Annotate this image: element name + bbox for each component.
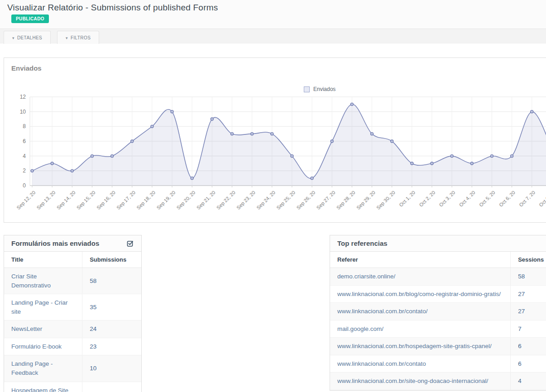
svg-text:Sep 29, 20: Sep 29, 20 — [355, 190, 376, 210]
report-page: Visualizar Relatório - Submissions of pu… — [0, 0, 546, 392]
svg-text:8: 8 — [23, 123, 26, 129]
referer-link[interactable]: mail.google.com/ — [337, 325, 383, 332]
referer-link[interactable]: www.linknacional.com.br/blog/como-regist… — [337, 291, 501, 297]
submissions-chart-panel: Enviados Enviados 024681012Sep 12, 20Sep… — [4, 57, 546, 223]
top-forms-table: Title Submissions Criar Site Demonstrati… — [4, 252, 141, 392]
sessions-value: 4 — [518, 378, 522, 384]
checkbox-checked-icon[interactable] — [127, 240, 134, 247]
form-title-link[interactable]: Hospedagem de Site grátis — [11, 387, 68, 392]
submissions-value: 35 — [90, 304, 96, 311]
svg-text:Oct 5, 20: Oct 5, 20 — [478, 190, 496, 208]
column-header-referer: Referer — [330, 252, 511, 268]
form-title-link[interactable]: Criar Site Demonstrativo — [11, 273, 51, 289]
submissions-value: 10 — [90, 365, 96, 372]
svg-text:Sep 18, 20: Sep 18, 20 — [135, 190, 156, 210]
svg-text:Sep 15, 20: Sep 15, 20 — [76, 190, 96, 210]
table-row: mail.google.com/7 — [330, 320, 546, 338]
submissions-value: 23 — [90, 343, 96, 350]
chart-title: Enviados — [11, 64, 42, 72]
table-row: Criar Site Demonstrativo58 — [4, 268, 141, 294]
top-referers-table: Referer Sessions demo.criarsite.online/5… — [330, 252, 546, 390]
referer-link[interactable]: www.linknacional.com.br/site-ong-doacao-… — [337, 378, 488, 384]
svg-text:Sep 14, 20: Sep 14, 20 — [56, 190, 77, 210]
submissions-value: 24 — [90, 325, 96, 332]
filtros-button-label: FILTROS — [71, 35, 91, 40]
svg-text:Sep 19, 20: Sep 19, 20 — [155, 190, 176, 210]
status-badge: PUBLICADO — [11, 14, 49, 23]
top-forms-panel: Formulários mais enviados Title Submissi… — [4, 235, 142, 392]
svg-text:Oct 6, 20: Oct 6, 20 — [498, 190, 516, 208]
sessions-value: 27 — [518, 308, 525, 315]
column-header-title: Title — [4, 252, 82, 268]
detalhes-button[interactable]: ▾DETALHES — [4, 31, 51, 44]
svg-text:12: 12 — [20, 94, 26, 100]
table-row: www.linknacional.com.br/hospedagem-site-… — [330, 338, 546, 355]
table-row: Hospedagem de Site grátis6 — [4, 382, 141, 392]
form-title-link[interactable]: Landing Page - Criar site — [11, 299, 68, 315]
svg-text:4: 4 — [23, 153, 26, 159]
table-row: www.linknacional.com.br/contato/27 — [330, 303, 546, 320]
svg-text:Sep 24, 20: Sep 24, 20 — [255, 190, 276, 210]
svg-text:Sep 27, 20: Sep 27, 20 — [316, 190, 336, 210]
svg-text:Sep 20, 20: Sep 20, 20 — [175, 190, 196, 210]
svg-text:Sep 16, 20: Sep 16, 20 — [96, 190, 116, 210]
table-header-row: Title Submissions — [4, 252, 141, 268]
form-title-link[interactable]: NewsLetter — [11, 325, 42, 332]
legend-swatch-icon — [304, 86, 310, 92]
referer-link[interactable]: demo.criarsite.online/ — [337, 273, 395, 280]
svg-text:2: 2 — [23, 167, 26, 174]
page-title: Visualizar Relatório - Submissions of pu… — [7, 3, 546, 13]
svg-text:Sep 21, 20: Sep 21, 20 — [196, 190, 216, 210]
form-title-link[interactable]: Formulário E-book — [11, 343, 62, 350]
sessions-value: 7 — [518, 325, 522, 332]
table-row: www.linknacional.com.br/contato6 — [330, 355, 546, 373]
svg-text:Sep 12, 20: Sep 12, 20 — [15, 190, 36, 210]
table-row: www.linknacional.com.br/site-ong-doacao-… — [330, 373, 546, 390]
svg-text:Sep 17, 20: Sep 17, 20 — [115, 190, 136, 210]
top-forms-panel-header: Formulários mais enviados — [4, 235, 141, 252]
svg-text:10: 10 — [20, 109, 26, 115]
table-row: Landing Page - Feedback10 — [4, 355, 141, 382]
svg-text:Oct 2, 20: Oct 2, 20 — [418, 190, 436, 208]
sessions-value: 6 — [518, 343, 522, 349]
referer-link[interactable]: www.linknacional.com.br/hospedagem-site-… — [337, 343, 492, 349]
top-referers-panel: Top referencias Referer Sessions demo.cr… — [330, 235, 546, 391]
legend-label: Enviados — [313, 86, 335, 92]
detalhes-button-label: DETALHES — [17, 35, 42, 40]
svg-text:0: 0 — [23, 182, 26, 189]
svg-text:6: 6 — [23, 138, 26, 144]
referer-link[interactable]: www.linknacional.com.br/contato — [337, 360, 426, 367]
table-row: NewsLetter24 — [4, 320, 141, 338]
submissions-value: 58 — [90, 277, 96, 284]
svg-text:Sep 28, 20: Sep 28, 20 — [335, 190, 356, 210]
svg-text:Oct 8, 20: Oct 8, 20 — [538, 190, 546, 208]
svg-text:Oct 1, 20: Oct 1, 20 — [398, 190, 416, 208]
top-referers-panel-title: Top referencias — [337, 239, 388, 247]
caret-down-icon: ▾ — [12, 36, 14, 40]
caret-down-icon: ▾ — [66, 36, 68, 40]
column-header-submissions: Submissions — [82, 252, 141, 268]
svg-text:Oct 4, 20: Oct 4, 20 — [458, 190, 476, 208]
table-row: Landing Page - Criar site35 — [4, 294, 141, 320]
toolbar: ▾DETALHES ▾FILTROS — [0, 29, 546, 43]
table-row: demo.criarsite.online/58 — [330, 268, 546, 286]
svg-text:Sep 22, 20: Sep 22, 20 — [216, 190, 236, 210]
svg-text:Sep 13, 20: Sep 13, 20 — [35, 190, 56, 210]
top-referers-panel-header: Top referencias — [330, 235, 546, 252]
table-header-row: Referer Sessions — [330, 252, 546, 268]
svg-text:Sep 26, 20: Sep 26, 20 — [295, 190, 316, 210]
sessions-value: 27 — [518, 291, 525, 297]
form-title-link[interactable]: Landing Page - Feedback — [11, 360, 53, 376]
svg-text:Oct 3, 20: Oct 3, 20 — [438, 190, 456, 208]
referer-link[interactable]: www.linknacional.com.br/contato/ — [337, 308, 428, 315]
sessions-value: 6 — [518, 360, 522, 367]
sessions-value: 58 — [518, 273, 525, 280]
filtros-button[interactable]: ▾FILTROS — [57, 31, 99, 44]
chart-legend-item[interactable]: Enviados — [304, 86, 335, 92]
page-header: Visualizar Relatório - Submissions of pu… — [0, 0, 546, 29]
svg-text:Sep 25, 20: Sep 25, 20 — [275, 190, 296, 210]
column-header-sessions: Sessions — [511, 252, 546, 268]
top-forms-panel-title: Formulários mais enviados — [11, 239, 99, 247]
table-row: Formulário E-book23 — [4, 338, 141, 355]
svg-text:Oct 7, 20: Oct 7, 20 — [518, 190, 536, 208]
